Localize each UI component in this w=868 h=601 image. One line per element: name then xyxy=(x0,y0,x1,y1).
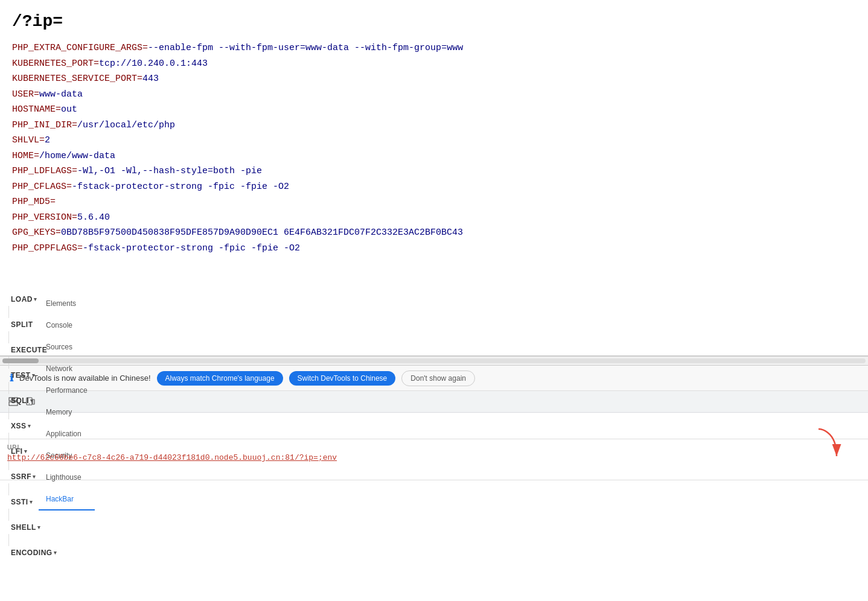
hackbar-divider xyxy=(8,509,9,521)
env-value: /usr/local/etc/php xyxy=(77,120,175,130)
env-key: KUBERNETES_PORT= xyxy=(12,59,99,69)
env-line: USER=www-data xyxy=(12,87,856,103)
hackbar-btn-split[interactable]: SPLIT xyxy=(7,318,37,331)
env-key: HOME= xyxy=(12,151,39,161)
always-match-language-button[interactable]: Always match Chrome's language xyxy=(157,371,283,386)
env-output: PHP_EXTRA_CONFIGURE_ARGS=--enable-fpm --… xyxy=(12,40,856,256)
hackbar-divider xyxy=(8,306,9,318)
env-key: PHP_CFLAGS= xyxy=(12,182,72,192)
url-label: URL xyxy=(7,444,861,451)
hackbar-url-area: URL http://62c66be6-c7c8-4c26-a719-d4402… xyxy=(0,439,868,480)
url-value[interactable]: http://62c66be6-c7c8-4c26-a719-d44023f18… xyxy=(7,453,861,462)
env-key: PHP_EXTRA_CONFIGURE_ARGS= xyxy=(12,43,148,53)
hackbar-buttons-container: LOAD ▾SPLITEXECUTETEST ▾SQLI ▾XSS ▾LFI ▾… xyxy=(7,293,60,559)
hackbar-btn-sqli[interactable]: SQLI ▾ xyxy=(7,394,37,407)
env-line: PHP_MD5= xyxy=(12,194,856,210)
env-line: HOME=/home/www-data xyxy=(12,148,856,164)
hackbar-btn-ssrf[interactable]: SSRF ▾ xyxy=(7,470,40,483)
env-key: PHP_CPPFLAGS= xyxy=(12,243,83,253)
dropdown-arrow-icon: ▾ xyxy=(28,423,31,429)
env-line: PHP_EXTRA_CONFIGURE_ARGS=--enable-fpm --… xyxy=(12,40,856,56)
page-content: /?ip= PHP_EXTRA_CONFIGURE_ARGS=--enable-… xyxy=(0,0,868,356)
env-line: PHP_CPPFLAGS=-fstack-protector-strong -f… xyxy=(12,241,856,256)
env-value: /home/www-data xyxy=(39,151,115,161)
env-key: PHP_MD5= xyxy=(12,197,56,207)
env-line: PHP_INI_DIR=/usr/local/etc/php xyxy=(12,118,856,133)
hackbar-btn-test[interactable]: TEST ▾ xyxy=(7,369,39,382)
env-key: USER= xyxy=(12,89,39,100)
hackbar-btn-encoding[interactable]: ENCODING ▾ xyxy=(7,546,60,559)
hackbar-btn-execute[interactable]: EXECUTE xyxy=(7,343,51,357)
env-value: out xyxy=(61,104,77,115)
env-key: GPG_KEYS= xyxy=(12,227,61,238)
env-value: 443 xyxy=(142,74,159,84)
url-row: http://62c66be6-c7c8-4c26-a719-d44023f18… xyxy=(7,453,861,462)
hackbar-btn-shell[interactable]: SHELL ▾ xyxy=(7,521,44,534)
dropdown-arrow-icon: ▾ xyxy=(30,499,33,505)
hackbar-divider xyxy=(8,483,9,495)
dont-show-again-button[interactable]: Don't show again xyxy=(401,370,475,386)
dropdown-arrow-icon: ▾ xyxy=(30,398,34,404)
env-value: 0BD78B5F97500D450838F95DFE857D9A90D90EC1… xyxy=(61,227,463,238)
env-value: -fstack-protector-strong -fpic -fpie -O2 xyxy=(83,243,300,253)
dropdown-arrow-icon: ▾ xyxy=(37,524,41,530)
horizontal-scrollbar[interactable] xyxy=(0,356,868,366)
hackbar-btn-ssti[interactable]: SSTI ▾ xyxy=(7,495,36,509)
env-key: HOSTNAME= xyxy=(12,104,61,115)
dropdown-arrow-icon: ▾ xyxy=(32,372,36,378)
env-line: SHLVL=2 xyxy=(12,133,856,148)
dropdown-arrow-icon: ▾ xyxy=(54,550,57,556)
env-value: -Wl,-O1 -Wl,--hash-style=both -pie xyxy=(77,166,262,176)
env-line: KUBERNETES_SERVICE_PORT=443 xyxy=(12,71,856,87)
env-key: PHP_LDFLAGS= xyxy=(12,166,77,176)
env-line: KUBERNETES_PORT=tcp://10.240.0.1:443 xyxy=(12,56,856,72)
dropdown-arrow-icon: ▾ xyxy=(34,296,37,302)
env-key: SHLVL= xyxy=(12,135,45,145)
env-line: HOSTNAME=out xyxy=(12,102,856,118)
env-value: tcp://10.240.0.1:443 xyxy=(99,59,208,69)
env-value: 5.6.40 xyxy=(77,212,110,223)
switch-to-chinese-button[interactable]: Switch DevTools to Chinese xyxy=(289,371,396,386)
env-value: --enable-fpm --with-fpm-user=www-data --… xyxy=(148,43,463,53)
url-text: http://62c66be6-c7c8-4c26-a719-d44023f18… xyxy=(7,453,337,462)
hackbar-btn-load[interactable]: LOAD ▾ xyxy=(7,293,41,306)
env-value: -fstack-protector-strong -fpic -fpie -O2 xyxy=(72,182,289,192)
page-title: /?ip= xyxy=(12,12,856,31)
hackbar-toolbar: LOAD ▾SPLITEXECUTETEST ▾SQLI ▾XSS ▾LFI ▾… xyxy=(0,413,868,439)
hackbar-divider xyxy=(8,331,9,343)
env-line: PHP_CFLAGS=-fstack-protector-strong -fpi… xyxy=(12,179,856,195)
hackbar-divider xyxy=(8,433,9,445)
devtools-notification-bar: ℹ DevTools is now available in Chinese! … xyxy=(0,366,868,391)
hackbar-divider xyxy=(8,407,9,419)
env-line: PHP_VERSION=5.6.40 xyxy=(12,210,856,226)
env-key: KUBERNETES_SERVICE_PORT= xyxy=(12,74,142,84)
hackbar-divider xyxy=(8,534,9,546)
env-key: PHP_INI_DIR= xyxy=(12,120,77,130)
hackbar-divider xyxy=(8,382,9,394)
hackbar-btn-xss[interactable]: XSS ▾ xyxy=(7,419,34,433)
env-value: www-data xyxy=(39,89,83,100)
devtools-tabs-bar: ElementsConsoleSourcesNetworkPerformance… xyxy=(0,391,868,413)
dropdown-arrow-icon: ▾ xyxy=(33,474,36,480)
env-key: PHP_VERSION= xyxy=(12,212,77,223)
env-line: GPG_KEYS=0BD78B5F97500D450838F95DFE857D9… xyxy=(12,225,856,241)
env-line: PHP_LDFLAGS=-Wl,-O1 -Wl,--hash-style=bot… xyxy=(12,164,856,179)
env-value: 2 xyxy=(45,135,50,145)
